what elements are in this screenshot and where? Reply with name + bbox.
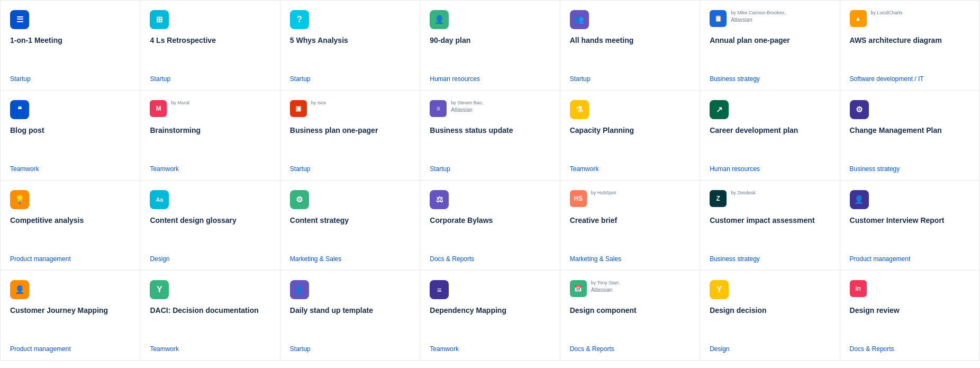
card-name: Content strategy bbox=[290, 216, 410, 251]
by-line: by HubSpot bbox=[591, 190, 616, 196]
card-category: Marketing & Sales bbox=[290, 255, 410, 263]
card-bizstatus[interactable]: ≡ by Steven Bao, Atlassian Business stat… bbox=[420, 91, 560, 181]
card-name: Brainstorming bbox=[150, 125, 270, 161]
card-90day[interactable]: 👤 90-day plan Human resources bbox=[420, 1, 560, 91]
card-category: Startup bbox=[10, 75, 130, 83]
card-annualplan[interactable]: 📋 by Mike Cannon-Brookes, Atlassian Annu… bbox=[700, 1, 840, 91]
card-icon: Y bbox=[150, 280, 169, 299]
by-label: by Zendesk bbox=[731, 190, 756, 196]
card-category: Human resources bbox=[710, 165, 830, 173]
card-5whys[interactable]: ? 5 Whys Analysis Startup bbox=[280, 1, 420, 91]
card-name: Corporate Bylaws bbox=[430, 216, 550, 251]
card-top: 👤 bbox=[430, 10, 550, 31]
card-top: ⚗ bbox=[570, 100, 690, 121]
card-icon: ❝ bbox=[10, 100, 29, 119]
card-category: Startup bbox=[290, 75, 410, 83]
card-category: Business strategy bbox=[710, 255, 830, 263]
card-top: 💡 bbox=[10, 190, 130, 211]
external-icon: ▣ bbox=[290, 100, 307, 117]
by-author: Atlassian bbox=[451, 106, 483, 113]
card-customerjourney[interactable]: 👤 Customer Journey Mapping Product manag… bbox=[1, 271, 140, 361]
card-top: ? bbox=[290, 10, 410, 31]
by-line: by Mural bbox=[171, 100, 189, 106]
card-aws[interactable]: ▲ by LucidCharts AWS architecture diagra… bbox=[840, 1, 980, 91]
card-customerinterview[interactable]: 👤 Customer Interview Report Product mana… bbox=[840, 181, 980, 271]
card-designdecision[interactable]: Y Design decision Design bbox=[700, 271, 840, 361]
card-category: Docs & Reports bbox=[430, 255, 550, 263]
card-customerimpact[interactable]: Z by Zendesk Customer impact assessment … bbox=[700, 181, 840, 271]
card-creative[interactable]: HS by HubSpot Creative brief Marketing &… bbox=[560, 181, 700, 271]
card-name: Career development plan bbox=[710, 125, 830, 161]
card-4ls[interactable]: ⊞ 4 Ls Retrospective Startup bbox=[140, 1, 280, 91]
card-category: Docs & Reports bbox=[570, 345, 690, 353]
card-icon: ? bbox=[290, 10, 309, 29]
card-dependency[interactable]: ≡ Dependency Mapping Teamwork bbox=[420, 271, 560, 361]
card-name: Change Management Plan bbox=[850, 125, 970, 161]
card-icon: 👤 bbox=[290, 280, 309, 299]
by-author: Atlassian bbox=[731, 16, 786, 23]
card-icon: ↗ bbox=[710, 100, 729, 119]
card-icon: 👤 bbox=[430, 10, 449, 29]
card-changemanagement[interactable]: ⚙ Change Management Plan Business strate… bbox=[840, 91, 980, 181]
card-name: Business plan one-pager bbox=[290, 125, 410, 161]
external-icon: HS bbox=[570, 190, 587, 207]
card-name: AWS architecture diagram bbox=[850, 35, 970, 71]
by-line: by LucidCharts bbox=[871, 10, 903, 16]
card-daci[interactable]: Y DACI: Decision documentation Teamwork bbox=[140, 271, 280, 361]
card-category: Teamwork bbox=[150, 345, 270, 353]
card-name: DACI: Decision documentation bbox=[150, 306, 270, 341]
card-icon: ⚗ bbox=[570, 100, 589, 119]
card-top: Y bbox=[150, 280, 270, 301]
card-name: Dependency Mapping bbox=[430, 306, 550, 341]
card-name: 5 Whys Analysis bbox=[290, 35, 410, 71]
card-name: Customer Interview Report bbox=[850, 216, 970, 251]
card-icon: 💡 bbox=[10, 190, 29, 209]
card-top: ▣ by Isos bbox=[290, 100, 410, 121]
card-contentstrategy[interactable]: ⚙ Content strategy Marketing & Sales bbox=[280, 181, 420, 271]
card-category: Startup bbox=[290, 345, 410, 353]
card-name: 4 Ls Retrospective bbox=[150, 35, 270, 71]
card-top: ⚖ bbox=[430, 190, 550, 211]
card-allhands[interactable]: 👥 All hands meeting Startup bbox=[560, 1, 700, 91]
external-icon: Z bbox=[710, 190, 727, 207]
card-blogpost[interactable]: ❝ Blog post Teamwork bbox=[1, 91, 140, 181]
card-category: Design bbox=[710, 345, 830, 353]
card-category: Software development / IT bbox=[850, 75, 970, 83]
card-top: ≡ bbox=[430, 280, 550, 301]
card-name: Design review bbox=[850, 306, 970, 341]
by-line: by Mike Cannon-Brookes, Atlassian bbox=[731, 10, 786, 23]
card-designcomponent[interactable]: 📅 by Tony Starr, Atlassian Design compon… bbox=[560, 271, 700, 361]
card-top: HS by HubSpot bbox=[570, 190, 690, 211]
card-designreview[interactable]: in Design review Docs & Reports bbox=[840, 271, 980, 361]
by-label: by Mike Cannon-Brookes, bbox=[731, 10, 786, 16]
card-name: Daily stand up template bbox=[290, 306, 410, 341]
card-top: 👤 bbox=[290, 280, 410, 301]
card-dailystandup[interactable]: 👤 Daily stand up template Startup bbox=[280, 271, 420, 361]
by-line: by Steven Bao, Atlassian bbox=[451, 100, 483, 113]
card-top: ☰ bbox=[10, 10, 130, 31]
card-brainstorm[interactable]: M by Mural Brainstorming Teamwork bbox=[140, 91, 280, 181]
card-category: Teamwork bbox=[570, 165, 690, 173]
card-category: Human resources bbox=[430, 75, 550, 83]
by-label: by Tony Starr, bbox=[591, 280, 620, 286]
card-top: 👤 bbox=[10, 280, 130, 301]
card-icon: 👤 bbox=[10, 280, 29, 299]
card-name: Annual plan one-pager bbox=[710, 35, 830, 71]
card-bizplan[interactable]: ▣ by Isos Business plan one-pager Startu… bbox=[280, 91, 420, 181]
card-contentdesign[interactable]: Aa Content design glossary Design bbox=[140, 181, 280, 271]
card-category: Product management bbox=[850, 255, 970, 263]
by-label: by HubSpot bbox=[591, 190, 616, 196]
card-corporate[interactable]: ⚖ Corporate Bylaws Docs & Reports bbox=[420, 181, 560, 271]
card-name: Content design glossary bbox=[150, 216, 270, 251]
card-1on1[interactable]: ☰ 1-on-1 Meeting Startup bbox=[1, 1, 140, 91]
card-competitive[interactable]: 💡 Competitive analysis Product managemen… bbox=[1, 181, 140, 271]
card-career[interactable]: ↗ Career development plan Human resource… bbox=[700, 91, 840, 181]
card-category: Startup bbox=[430, 165, 550, 173]
external-icon: ▲ bbox=[850, 10, 867, 27]
card-top: in bbox=[850, 280, 970, 301]
by-label: by Mural bbox=[171, 100, 189, 106]
card-capacity[interactable]: ⚗ Capacity Planning Teamwork bbox=[560, 91, 700, 181]
card-icon: 👤 bbox=[850, 190, 869, 209]
card-top: ⊞ bbox=[150, 10, 270, 31]
by-author: Atlassian bbox=[591, 286, 620, 293]
